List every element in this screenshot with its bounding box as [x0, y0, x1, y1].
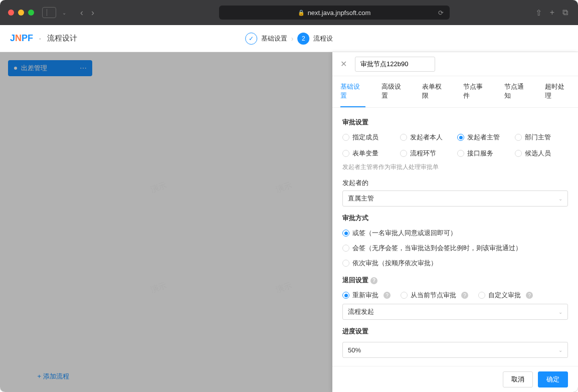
url-text: next.java.jnpfsoft.com [308, 9, 371, 17]
node-name-input[interactable] [355, 57, 435, 72]
minimize-window-button[interactable] [18, 10, 24, 16]
close-window-button[interactable] [8, 10, 14, 16]
maximize-window-button[interactable] [28, 10, 34, 16]
close-icon[interactable]: ✕ [340, 59, 347, 69]
browser-toolbar: ⌄ ‹ › 🔒 next.java.jnpfsoft.com ⟳ ⇧ + ⧉ [0, 0, 578, 25]
help-icon[interactable]: ? [370, 277, 377, 284]
chevron-down-icon[interactable]: ⌄ [62, 10, 66, 16]
tab-node-notify[interactable]: 节点通知 [504, 76, 529, 107]
chevron-down-icon: ⌄ [558, 309, 562, 315]
progress-select[interactable]: 50% ⌄ [342, 342, 568, 358]
reload-icon[interactable]: ⟳ [438, 9, 444, 17]
tab-form-perm[interactable]: 表单权限 [422, 76, 447, 107]
tab-node-event[interactable]: 节点事件 [463, 76, 488, 107]
cancel-button[interactable]: 取消 [503, 371, 533, 387]
radio-current[interactable]: 从当前节点审批? [401, 291, 468, 300]
approval-hint: 发起者主管将作为审批人处理审批单 [342, 163, 568, 171]
progress-title: 进度设置 [342, 327, 568, 336]
share-icon[interactable]: ⇧ [535, 8, 542, 18]
tab-timeout[interactable]: 超时处理 [545, 76, 570, 107]
app-title: 流程设计 [47, 34, 77, 43]
approval-method-title: 审批方式 [342, 214, 568, 223]
tab-basic[interactable]: 基础设置 [340, 76, 365, 107]
url-bar[interactable]: 🔒 next.java.jnpfsoft.com ⟳ [219, 6, 450, 20]
return-node-select[interactable]: 流程发起 ⌄ [342, 304, 568, 320]
radio-and-sign[interactable]: 会签（无序会签，当审批达到会签比例时，则该审批通过） [342, 244, 568, 253]
radio-custom[interactable]: 自定义审批? [478, 291, 533, 300]
radio-seq-sign[interactable]: 依次审批（按顺序依次审批） [342, 259, 568, 268]
lock-icon: 🔒 [298, 10, 305, 16]
step-1-label: 基础设置 [261, 34, 287, 43]
radio-superior[interactable]: 发起者主管 [457, 133, 511, 142]
initiator-label: 发起者的 [342, 178, 568, 187]
step-done-icon: ✓ [245, 33, 257, 45]
chevron-down-icon: ⌄ [558, 196, 562, 202]
radio-flow-link[interactable]: 流程环节 [400, 149, 454, 158]
radio-form-var[interactable]: 表单变量 [342, 149, 396, 158]
back-button[interactable]: ‹ [80, 8, 83, 18]
settings-panel: ✕ 基础设置 高级设置 表单权限 节点事件 节点通知 超时处理 审批设置 指定成… [332, 52, 578, 392]
radio-dept[interactable]: 部门主管 [515, 133, 568, 142]
tabs-icon[interactable]: ⧉ [562, 8, 568, 18]
return-settings-title: 退回设置? [342, 276, 568, 285]
approval-settings-title: 审批设置 [342, 118, 568, 127]
radio-member[interactable]: 指定成员 [342, 133, 396, 142]
radio-interface[interactable]: 接口服务 [457, 149, 511, 158]
radio-initiator[interactable]: 发起者本人 [400, 133, 454, 142]
stepper: ✓ 基础设置 › 2 流程设 [245, 33, 333, 45]
sidebar-toggle-icon[interactable] [42, 7, 56, 18]
help-icon[interactable]: ? [461, 292, 468, 299]
logo: JNPF [10, 33, 33, 44]
step-2-label: 流程设 [313, 34, 333, 43]
chevron-right-icon: › [291, 35, 294, 43]
new-tab-icon[interactable]: + [550, 8, 554, 18]
tabs: 基础设置 高级设置 表单权限 节点事件 节点通知 超时处理 [332, 76, 578, 108]
radio-candidate[interactable]: 候选人员 [515, 149, 568, 158]
radio-restart[interactable]: 重新审批? [342, 291, 391, 300]
help-icon[interactable]: ? [526, 292, 533, 299]
tab-advanced[interactable]: 高级设置 [381, 76, 407, 107]
step-active-icon: 2 [297, 33, 309, 45]
chevron-down-icon: ⌄ [558, 347, 562, 353]
radio-or-sign[interactable]: 或签（一名审批人同意或退回即可） [342, 229, 568, 238]
initiator-select[interactable]: 直属主管 ⌄ [342, 190, 568, 207]
app-header: JNPF · 流程设计 ✓ 基础设置 › 2 流程设 [0, 25, 578, 52]
confirm-button[interactable]: 确定 [538, 371, 568, 387]
forward-button[interactable]: › [91, 8, 94, 18]
help-icon[interactable]: ? [383, 292, 391, 299]
